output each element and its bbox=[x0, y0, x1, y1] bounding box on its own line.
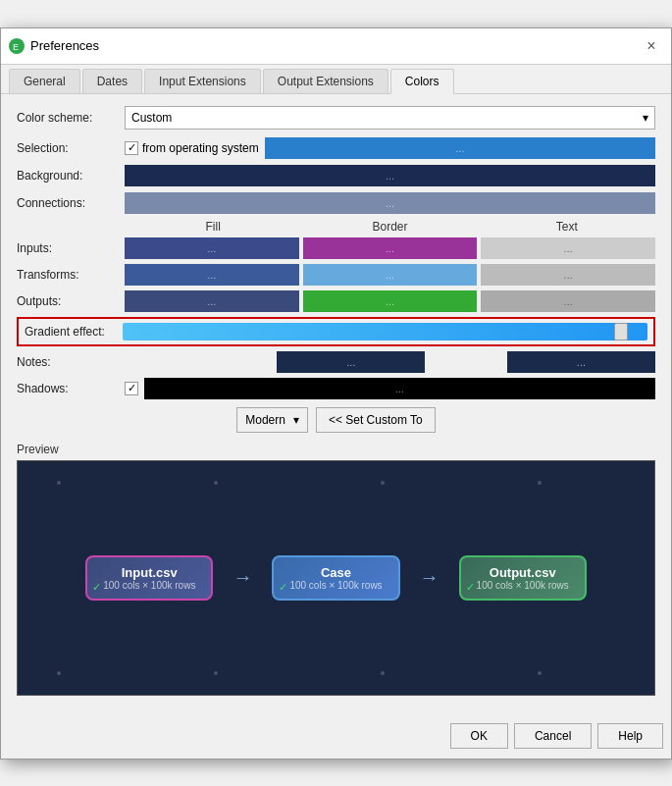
dot bbox=[57, 671, 61, 675]
preset-value: Modern bbox=[245, 413, 285, 427]
preview-nodes: Input.csv 100 cols × 100k rows ✓ → Case … bbox=[85, 555, 587, 601]
color-scheme-row: Color scheme: Custom ▾ bbox=[17, 106, 655, 130]
selection-color-dots: ... bbox=[455, 142, 464, 154]
color-scheme-dropdown[interactable]: Custom ▾ bbox=[125, 106, 655, 130]
shadows-color-btn[interactable]: ... bbox=[144, 378, 655, 399]
shadows-checkbox[interactable]: ✓ bbox=[125, 382, 138, 395]
outputs-text-dots: ... bbox=[564, 295, 573, 307]
inputs-fill-btn[interactable]: ... bbox=[125, 237, 299, 259]
preview-label: Preview bbox=[17, 443, 655, 456]
color-scheme-value: Custom bbox=[131, 111, 172, 125]
selection-os-text: from operating system bbox=[142, 141, 259, 155]
dot bbox=[214, 481, 218, 485]
bottom-buttons: OK Cancel Help bbox=[1, 717, 671, 759]
selection-row: Selection: ✓ from operating system ... bbox=[17, 137, 655, 159]
title-bar: E Preferences × bbox=[1, 28, 671, 65]
tab-input-extensions[interactable]: Input Extensions bbox=[144, 69, 261, 93]
node-case-check-icon: ✓ bbox=[279, 581, 287, 594]
node-output-title: Output.csv bbox=[477, 565, 569, 580]
transforms-label: Transforms: bbox=[17, 268, 125, 282]
outputs-fill-btn[interactable]: ... bbox=[125, 290, 299, 312]
node-case: Case 100 cols × 100k rows ✓ bbox=[272, 555, 399, 601]
outputs-row: Outputs: ... ... ... bbox=[17, 290, 655, 312]
gradient-thumb[interactable] bbox=[614, 323, 628, 341]
tab-content: Color scheme: Custom ▾ Selection: ✓ from… bbox=[1, 94, 671, 717]
notes-fill-dots: ... bbox=[346, 356, 355, 368]
outputs-label: Outputs: bbox=[17, 294, 125, 308]
dot bbox=[538, 481, 542, 485]
arrow-input-case-icon: → bbox=[233, 566, 252, 589]
transforms-border-dots: ... bbox=[386, 269, 394, 281]
shadows-right: ✓ ... bbox=[125, 378, 655, 399]
node-input-check-icon: ✓ bbox=[92, 581, 101, 594]
color-scheme-label: Color scheme: bbox=[17, 111, 125, 125]
tab-dates[interactable]: Dates bbox=[82, 69, 142, 93]
inputs-text-dots: ... bbox=[564, 242, 573, 254]
preset-dropdown[interactable]: Modern ▾ bbox=[236, 407, 308, 433]
tab-general[interactable]: General bbox=[9, 69, 80, 93]
inputs-row: Inputs: ... ... ... bbox=[17, 237, 655, 259]
col-header-fill: Fill bbox=[125, 220, 301, 234]
connections-label: Connections: bbox=[17, 196, 125, 210]
notes-cells: ... ... bbox=[125, 351, 655, 373]
dialog-title: Preferences bbox=[30, 38, 99, 53]
transforms-border-btn[interactable]: ... bbox=[303, 264, 478, 286]
gradient-row: Gradient effect: bbox=[17, 317, 655, 346]
shadows-row: Shadows: ✓ ... bbox=[17, 378, 655, 399]
dot bbox=[57, 481, 61, 485]
selection-checkbox[interactable]: ✓ bbox=[125, 141, 138, 155]
inputs-fill-dots: ... bbox=[207, 242, 216, 254]
node-input-title: Input.csv bbox=[103, 565, 195, 580]
outputs-border-dots: ... bbox=[386, 295, 394, 307]
column-headers: Fill Border Text bbox=[125, 220, 655, 234]
background-label: Background: bbox=[17, 169, 125, 183]
inputs-border-btn[interactable]: ... bbox=[303, 237, 478, 259]
transforms-text-btn[interactable]: ... bbox=[481, 264, 655, 286]
transforms-fill-btn[interactable]: ... bbox=[125, 264, 299, 286]
dot bbox=[538, 671, 542, 675]
transforms-color-cells: ... ... ... bbox=[125, 264, 655, 286]
set-custom-label: << Set Custom To bbox=[329, 413, 423, 427]
dot bbox=[381, 481, 385, 485]
inputs-label: Inputs: bbox=[17, 241, 125, 255]
gradient-slider[interactable] bbox=[123, 323, 647, 341]
outputs-text-btn[interactable]: ... bbox=[481, 290, 655, 312]
node-output: Output.csv 100 cols × 100k rows ✓ bbox=[459, 555, 587, 601]
set-custom-button[interactable]: << Set Custom To bbox=[316, 407, 436, 433]
title-bar-left: E Preferences bbox=[9, 38, 99, 54]
arrow-case-output-icon: → bbox=[420, 566, 439, 589]
background-color-btn[interactable]: ... bbox=[125, 165, 655, 186]
preview-canvas: Input.csv 100 cols × 100k rows ✓ → Case … bbox=[17, 460, 655, 696]
transforms-text-dots: ... bbox=[564, 269, 573, 281]
selection-label: Selection: bbox=[17, 141, 125, 155]
preferences-dialog: E Preferences × General Dates Input Exte… bbox=[0, 27, 672, 760]
connections-color-btn[interactable]: ... bbox=[125, 192, 655, 214]
notes-fill-spacer bbox=[125, 351, 273, 373]
connections-dots: ... bbox=[386, 197, 394, 209]
close-button[interactable]: × bbox=[640, 34, 663, 58]
cancel-button[interactable]: Cancel bbox=[514, 723, 592, 749]
ok-button[interactable]: OK bbox=[450, 723, 508, 749]
app-icon: E bbox=[9, 38, 25, 54]
help-button[interactable]: Help bbox=[597, 723, 663, 749]
tab-output-extensions[interactable]: Output Extensions bbox=[263, 69, 388, 93]
transforms-fill-dots: ... bbox=[207, 269, 216, 281]
tab-colors[interactable]: Colors bbox=[390, 69, 454, 94]
node-input: Input.csv 100 cols × 100k rows ✓ bbox=[85, 555, 213, 601]
selection-color-btn[interactable]: ... bbox=[265, 137, 655, 159]
outputs-color-cells: ... ... ... bbox=[125, 290, 655, 312]
outputs-border-btn[interactable]: ... bbox=[303, 290, 478, 312]
shadows-label: Shadows: bbox=[17, 382, 125, 395]
node-output-check-icon: ✓ bbox=[466, 581, 475, 594]
inputs-color-cells: ... ... ... bbox=[125, 237, 655, 259]
dot bbox=[381, 671, 385, 675]
col-header-border: Border bbox=[301, 220, 478, 234]
notes-fill-btn[interactable]: ... bbox=[277, 351, 425, 373]
inputs-text-btn[interactable]: ... bbox=[481, 237, 655, 259]
svg-text:E: E bbox=[13, 42, 19, 51]
node-case-title: Case bbox=[289, 565, 382, 580]
notes-text-btn[interactable]: ... bbox=[507, 351, 655, 373]
node-input-subtitle: 100 cols × 100k rows bbox=[103, 580, 195, 591]
dot bbox=[214, 671, 218, 675]
transforms-row: Transforms: ... ... ... bbox=[17, 264, 655, 286]
